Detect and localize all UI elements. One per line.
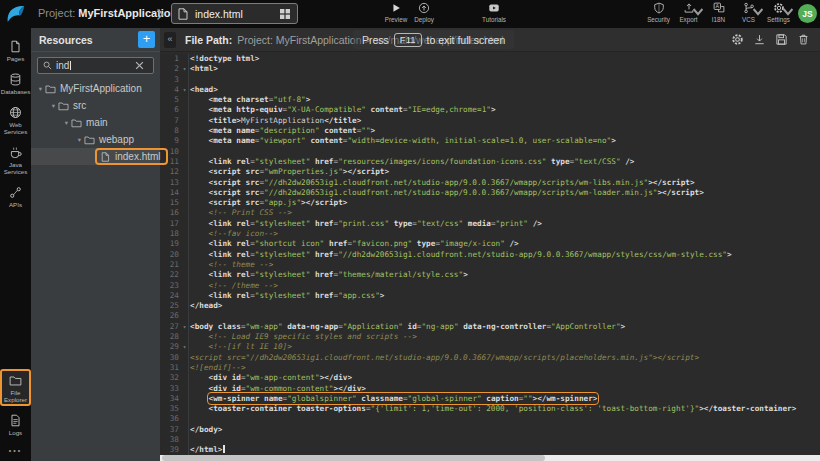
code-line[interactable]: 3 (160, 75, 820, 85)
sidebar-more-button[interactable]: ••• (0, 443, 31, 457)
tree-item-myfirstapplication[interactable]: ▾MyFirstApplication (31, 80, 160, 97)
code-text[interactable]: <meta name="description" content=""> (189, 126, 820, 136)
code-line[interactable]: 9 <meta name="viewport" content="width=d… (160, 136, 820, 146)
expander-icon[interactable]: ▾ (36, 85, 45, 93)
code-line[interactable]: 23 <!-- /theme --> (160, 281, 820, 291)
code-line[interactable]: 20 <link rel="stylesheet" href="//dh2dw2… (160, 250, 820, 260)
sidebar-item-apis[interactable]: APIs (1, 182, 30, 210)
fold-marker-icon[interactable]: ▾ (181, 64, 188, 74)
code-line[interactable]: 1<!doctype html> (160, 54, 820, 64)
code-line[interactable]: 27▾<body class="wm-app" data-ng-app="App… (160, 322, 820, 332)
tree-item-src[interactable]: ▾src (31, 97, 160, 114)
sidebar-item-file-explorer[interactable]: File Explorer (1, 370, 30, 405)
search-input[interactable]: ind (37, 57, 154, 74)
code-text[interactable]: <html> (189, 64, 820, 74)
fold-marker-icon[interactable]: ▾ (181, 322, 188, 332)
tree-item-webapp[interactable]: ▾webapp (31, 131, 160, 148)
code-line[interactable]: 12 <script src="wmProperties.js"></scrip… (160, 167, 820, 177)
code-text[interactable] (189, 435, 820, 445)
code-text[interactable]: <script src="//dh2dw20653ig1.cloudfront.… (189, 178, 820, 188)
download-file-button[interactable] (753, 33, 766, 46)
code-text[interactable] (189, 75, 820, 85)
editor-settings-button[interactable] (731, 33, 744, 46)
code-text[interactable]: <!-- Load IE9 specific styles and script… (189, 332, 820, 342)
code-text[interactable]: <meta http-equiv="X-UA-Compatible" conte… (189, 105, 820, 115)
deploy-button[interactable]: Deploy (407, 2, 441, 27)
code-text[interactable]: <link rel="stylesheet" href="resources/i… (189, 157, 820, 167)
code-line[interactable]: 33 <div id="wm-common-content"></div> (160, 384, 820, 394)
sidebar-item-web-services[interactable]: Web Services (1, 102, 30, 137)
code-line[interactable]: 18 <!--fav icon--> (160, 229, 820, 239)
horizontal-scrollbar[interactable] (160, 455, 820, 461)
sidebar-item-logs[interactable]: Logs (1, 410, 30, 438)
code-text[interactable]: <link rel="stylesheet" href="app.css"> (189, 291, 820, 301)
tree-item-main[interactable]: ▾main (31, 114, 160, 131)
vcs-button[interactable]: VCS (734, 2, 763, 23)
code-line[interactable]: 21 <!-- theme --> (160, 260, 820, 270)
code-line[interactable]: 34 <wm-spinner name="globalspinner" clas… (160, 394, 820, 404)
scrollbar-thumb[interactable] (162, 455, 545, 461)
code-text[interactable]: <link rel="shortcut icon" href="favicon.… (189, 239, 820, 249)
code-line[interactable]: 8 <meta name="description" content=""> (160, 126, 820, 136)
code-text[interactable]: </html> (189, 445, 820, 455)
collapse-panel-button[interactable]: « (164, 32, 176, 48)
code-line[interactable]: 13 <script src="//dh2dw20653ig1.cloudfro… (160, 178, 820, 188)
code-line[interactable]: 22 <link rel="stylesheet" href="themes/m… (160, 270, 820, 280)
code-text[interactable]: <!-- /theme --> (189, 281, 820, 291)
code-text[interactable]: <!-- theme --> (189, 260, 820, 270)
code-line[interactable]: 24 <link rel="stylesheet" href="app.css"… (160, 291, 820, 301)
code-line[interactable]: 39</html> (160, 445, 820, 455)
code-text[interactable]: <!--fav icon--> (189, 229, 820, 239)
code-text[interactable]: <body class="wm-app" data-ng-app="Applic… (189, 322, 820, 332)
sidebar-item-databases[interactable]: Databases (1, 69, 30, 97)
fold-marker-icon[interactable]: ▾ (181, 85, 188, 95)
grid-icon[interactable] (279, 8, 291, 20)
code-line[interactable]: 31<![endif]--> (160, 363, 820, 373)
clear-search-icon[interactable] (135, 61, 144, 70)
code-text[interactable]: <div id="wm-common-content"></div> (189, 384, 820, 394)
settings-button[interactable]: Settings (764, 2, 793, 23)
code-line[interactable]: 28 <!-- Load IE9 specific styles and scr… (160, 332, 820, 342)
code-text[interactable]: <link rel="stylesheet" href="//dh2dw2065… (189, 250, 820, 260)
code-text[interactable]: <link rel="stylesheet" href="print.css" … (189, 219, 820, 229)
code-line[interactable]: 16 <!-- Print CSS --> (160, 208, 820, 218)
delete-file-button[interactable] (797, 33, 810, 46)
code-line[interactable]: 19 <link rel="shortcut icon" href="favic… (160, 239, 820, 249)
code-text[interactable]: <toaster-container toaster-options="{'li… (189, 404, 820, 414)
code-line[interactable]: 15 <script src="app.js"></script> (160, 198, 820, 208)
code-line[interactable]: 32 <div id="wm-app-content"></div> (160, 373, 820, 383)
code-line[interactable]: 5 <meta charset="utf-8"> (160, 95, 820, 105)
code-text[interactable]: <meta charset="utf-8"> (189, 95, 820, 105)
i18n-button[interactable]: AI18N (704, 2, 733, 23)
code-text[interactable]: <script src="//dh2dw20653ig1.cloudfront.… (189, 188, 820, 198)
code-line[interactable]: 35 <toaster-container toaster-options="{… (160, 404, 820, 414)
code-text[interactable] (189, 414, 820, 424)
code-line[interactable]: 38 (160, 435, 820, 445)
code-text[interactable] (189, 311, 820, 321)
code-text[interactable]: <meta name="viewport" content="width=dev… (189, 136, 820, 146)
sidebar-item-java-services[interactable]: Java Services (1, 142, 30, 177)
code-text[interactable]: <title>MyFirstApplication</title> (189, 116, 820, 126)
wavemaker-logo-icon[interactable] (3, 2, 29, 26)
tab-index-html[interactable]: index.html (171, 3, 298, 24)
code-text[interactable] (189, 147, 820, 157)
add-resource-button[interactable]: + (138, 31, 155, 48)
expander-icon[interactable]: ▾ (62, 119, 71, 127)
expander-icon[interactable]: ▾ (49, 102, 58, 110)
save-file-button[interactable] (775, 33, 788, 46)
code-text[interactable]: <div id="wm-app-content"></div> (189, 373, 820, 383)
code-text[interactable]: <link rel="stylesheet" href="themes/mate… (189, 270, 820, 280)
code-line[interactable]: 17 <link rel="stylesheet" href="print.cs… (160, 219, 820, 229)
code-line[interactable]: 11 <link rel="stylesheet" href="resource… (160, 157, 820, 167)
code-text[interactable]: <![endif]--> (189, 363, 820, 373)
code-line[interactable]: 36 (160, 414, 820, 424)
code-line[interactable]: 10 (160, 147, 820, 157)
fold-marker-icon[interactable]: ▾ (181, 342, 188, 352)
code-line[interactable]: 29▾ <!--[if lt IE 10]> (160, 342, 820, 352)
code-line[interactable]: 6 <meta http-equiv="X-UA-Compatible" con… (160, 105, 820, 115)
code-text[interactable]: <!-- Print CSS --> (189, 208, 820, 218)
code-text[interactable]: <wm-spinner name="globalspinner" classna… (189, 394, 820, 404)
user-avatar[interactable]: JS (798, 4, 817, 23)
code-text[interactable]: </body> (189, 425, 820, 435)
security-button[interactable]: Security (644, 2, 673, 23)
